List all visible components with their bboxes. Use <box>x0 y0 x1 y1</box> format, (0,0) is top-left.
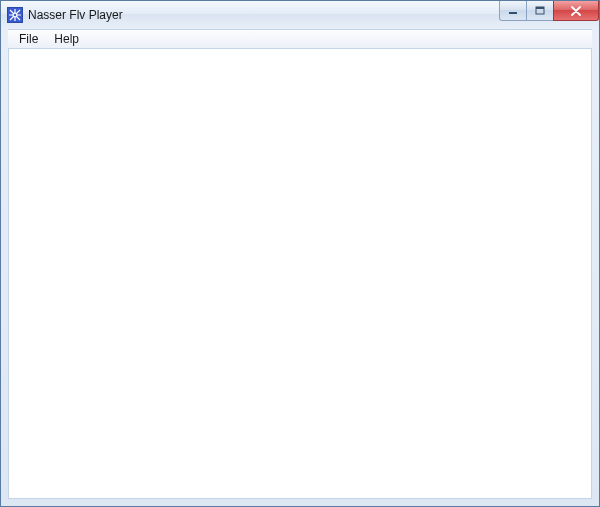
svg-point-3 <box>14 14 16 16</box>
content-area <box>8 49 592 499</box>
svg-rect-6 <box>536 7 544 9</box>
maximize-button[interactable] <box>526 1 554 21</box>
close-button[interactable] <box>553 1 599 21</box>
svg-rect-4 <box>509 12 517 14</box>
titlebar: Nasser Flv Player <box>1 1 599 29</box>
menu-help[interactable]: Help <box>46 30 87 48</box>
window-title: Nasser Flv Player <box>28 1 123 29</box>
window-controls <box>500 1 599 21</box>
minimize-button[interactable] <box>499 1 527 21</box>
menubar: File Help <box>8 29 592 49</box>
app-icon <box>7 7 23 23</box>
menu-file[interactable]: File <box>11 30 46 48</box>
app-window: Nasser Flv Player File Help <box>0 0 600 507</box>
